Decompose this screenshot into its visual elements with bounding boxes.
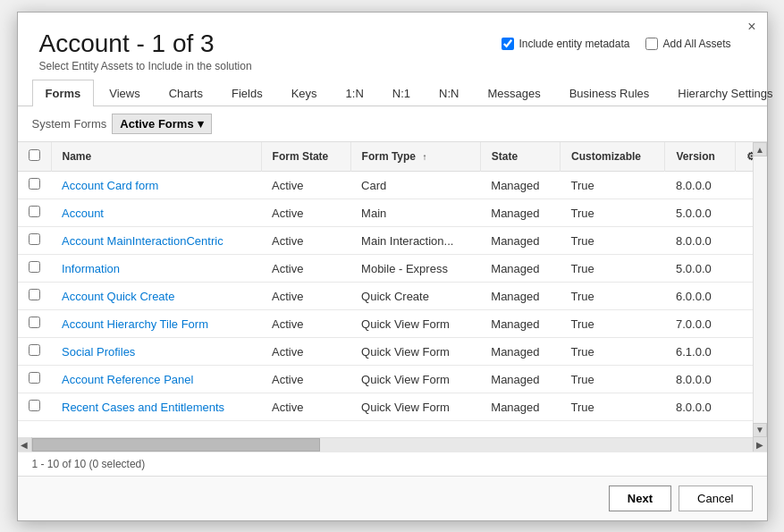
row-customizable: True [561, 255, 665, 283]
main-dialog: × Account - 1 of 3 Select Entity Assets … [17, 12, 768, 521]
row-name[interactable]: Account Reference Panel [51, 366, 261, 393]
row-checkbox[interactable] [29, 261, 40, 273]
dropdown-icon: ▾ [198, 117, 204, 131]
form-link[interactable]: Account [62, 207, 104, 220]
row-name[interactable]: Account [51, 199, 261, 227]
form-link[interactable]: Account Card form [62, 179, 158, 192]
scroll-left-arrow[interactable]: ◀ [18, 437, 32, 452]
table-row: Account Hierarchy Tile Form Active Quick… [18, 310, 767, 338]
col-customizable[interactable]: Customizable [561, 142, 665, 172]
row-checkbox-cell[interactable] [18, 338, 52, 366]
row-checkbox[interactable] [29, 206, 40, 217]
table-header-row: Name Form State Form Type ↑ State Custom… [18, 142, 767, 172]
col-version[interactable]: Version [665, 142, 735, 172]
scroll-right-arrow[interactable]: ▶ [753, 437, 767, 452]
row-version: 8.0.0.0 [665, 172, 735, 199]
row-form-type: Main Interaction... [350, 227, 480, 255]
row-checkbox-cell[interactable] [18, 199, 52, 227]
include-metadata-checkbox[interactable] [502, 38, 514, 50]
row-state: Managed [480, 227, 560, 255]
scroll-track [32, 438, 753, 452]
row-name[interactable]: Social Profiles [51, 338, 261, 366]
tab-1n[interactable]: 1:N [333, 80, 377, 106]
tab-nn[interactable]: N:N [426, 80, 472, 106]
row-checkbox[interactable] [29, 317, 40, 328]
form-link[interactable]: Account Quick Create [62, 290, 174, 303]
close-button[interactable]: × [747, 20, 755, 34]
tab-views[interactable]: Views [96, 80, 153, 106]
dialog-options: Include entity metadata Add All Assets [502, 38, 730, 50]
tab-keys[interactable]: Keys [278, 80, 331, 106]
row-checkbox-cell[interactable] [18, 283, 52, 310]
row-form-type: Quick View Form [350, 366, 480, 393]
col-form-type[interactable]: Form Type ↑ [350, 142, 480, 172]
add-all-assets-checkbox[interactable] [645, 38, 658, 50]
tab-n1[interactable]: N:1 [379, 80, 424, 106]
row-state: Managed [480, 366, 560, 393]
tab-messages[interactable]: Messages [474, 80, 553, 106]
active-forms-button[interactable]: Active Forms ▾ [112, 114, 211, 134]
form-link[interactable]: Account Reference Panel [62, 373, 193, 386]
row-name[interactable]: Information [51, 255, 261, 283]
row-version: 8.0.0.0 [665, 366, 735, 393]
col-form-state[interactable]: Form State [261, 142, 350, 172]
row-checkbox[interactable] [29, 344, 40, 356]
row-checkbox-cell[interactable] [18, 227, 52, 255]
row-form-state: Active [261, 172, 350, 199]
row-name[interactable]: Account Quick Create [51, 283, 261, 310]
tab-business-rules[interactable]: Business Rules [556, 80, 663, 106]
scroll-down-arrow[interactable]: ▼ [753, 423, 767, 437]
next-button[interactable]: Next [609, 486, 671, 511]
row-checkbox[interactable] [29, 289, 40, 300]
row-customizable: True [561, 366, 665, 393]
row-form-type: Quick View Form [350, 310, 480, 338]
table-row: Account Reference Panel Active Quick Vie… [18, 366, 767, 393]
tab-forms[interactable]: Forms [32, 80, 95, 106]
row-form-state: Active [261, 227, 350, 255]
form-link[interactable]: Account Hierarchy Tile Form [62, 317, 208, 331]
add-all-assets-label: Add All Assets [662, 38, 730, 50]
vertical-scrollbar[interactable]: ▲ ▼ [753, 142, 767, 436]
row-customizable: True [561, 283, 665, 310]
col-check[interactable] [18, 142, 52, 172]
tab-charts[interactable]: Charts [156, 80, 216, 106]
cancel-button[interactable]: Cancel [679, 486, 752, 511]
row-checkbox-cell[interactable] [18, 393, 52, 421]
form-link[interactable]: Recent Cases and Entitlements [62, 401, 224, 414]
row-checkbox[interactable] [29, 372, 40, 384]
row-name[interactable]: Account MainInteractionCentric [51, 227, 261, 255]
select-all-checkbox[interactable] [29, 149, 40, 161]
tab-fields[interactable]: Fields [218, 80, 276, 106]
row-form-state: Active [261, 338, 350, 366]
row-state: Managed [480, 255, 560, 283]
form-link[interactable]: Information [62, 262, 120, 275]
row-checkbox-cell[interactable] [18, 366, 52, 393]
col-name[interactable]: Name [51, 142, 261, 172]
row-checkbox-cell[interactable] [18, 255, 52, 283]
row-form-type: Quick View Form [350, 338, 480, 366]
row-state: Managed [480, 393, 560, 421]
form-link[interactable]: Account MainInteractionCentric [62, 234, 223, 248]
row-name[interactable]: Account Card form [51, 172, 261, 199]
row-version: 8.0.0.0 [665, 227, 735, 255]
row-checkbox-cell[interactable] [18, 172, 52, 199]
horizontal-scrollbar[interactable]: ◀ ▶ [18, 437, 767, 452]
row-form-state: Active [261, 199, 350, 227]
tab-hierarchy-settings[interactable]: Hierarchy Settings [664, 80, 784, 106]
row-checkbox[interactable] [29, 400, 40, 411]
table-container[interactable]: Name Form State Form Type ↑ State Custom… [18, 141, 767, 436]
row-checkbox[interactable] [29, 178, 40, 190]
row-form-state: Active [261, 255, 350, 283]
row-name[interactable]: Account Hierarchy Tile Form [51, 310, 261, 338]
form-link[interactable]: Social Profiles [62, 345, 135, 359]
row-state: Managed [480, 283, 560, 310]
col-state[interactable]: State [480, 142, 560, 172]
row-name[interactable]: Recent Cases and Entitlements [51, 393, 261, 421]
scroll-up-arrow[interactable]: ▲ [753, 142, 767, 156]
row-checkbox[interactable] [29, 233, 40, 245]
row-form-type: Main [350, 199, 480, 227]
include-metadata-option[interactable]: Include entity metadata [502, 38, 629, 50]
row-checkbox-cell[interactable] [18, 310, 52, 338]
add-all-assets-option[interactable]: Add All Assets [645, 38, 730, 50]
table-row: Recent Cases and Entitlements Active Qui… [18, 393, 767, 421]
